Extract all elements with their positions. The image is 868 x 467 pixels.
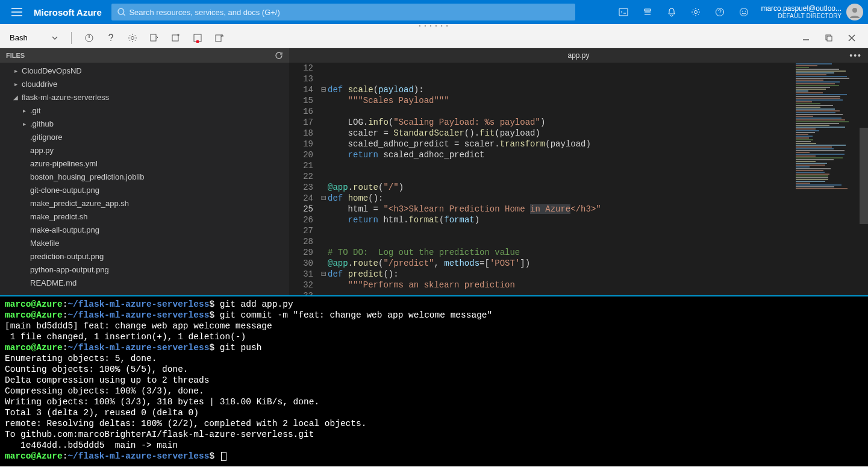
tree-item[interactable]: ▸.github bbox=[0, 117, 289, 130]
code-line[interactable]: 18 scaler = StandardScaler().fit(payload… bbox=[289, 128, 868, 139]
code-text bbox=[328, 236, 868, 247]
code-line[interactable]: 29# TO DO: Log out the prediction value bbox=[289, 247, 868, 258]
line-number: 26 bbox=[289, 215, 319, 225]
settings-toolbar-icon[interactable] bbox=[125, 30, 140, 46]
fold-icon[interactable]: ⊟ bbox=[319, 193, 328, 204]
settings-icon[interactable] bbox=[684, 0, 708, 24]
fold-icon[interactable]: ⊟ bbox=[319, 84, 328, 95]
terminal[interactable]: marco@Azure:~/flask-ml-azure-serverless$… bbox=[0, 295, 868, 466]
code-line[interactable]: 14⊟def scale(payload): bbox=[289, 84, 868, 95]
tree-item[interactable]: Makefile bbox=[0, 236, 289, 249]
fold-icon bbox=[319, 225, 328, 236]
tree-item[interactable]: ▸CloudDevOpsND bbox=[0, 64, 289, 77]
editor-body[interactable]: 121314⊟def scale(payload):15 """Scales P… bbox=[289, 63, 868, 295]
editor-tab[interactable]: app.py bbox=[567, 51, 589, 60]
tree-item[interactable]: make_predict_azure_app.sh bbox=[0, 196, 289, 210]
tree-item-label: clouddrive bbox=[22, 80, 57, 89]
maximize-icon[interactable] bbox=[821, 30, 837, 46]
code-line[interactable]: 26 return html.format(format) bbox=[289, 215, 868, 225]
editor-more-icon[interactable]: ••• bbox=[849, 51, 862, 60]
tree-item-label: flask-ml-azure-serverless bbox=[22, 93, 109, 102]
code-line[interactable]: 13 bbox=[289, 74, 868, 84]
terminal-line: marco@Azure:~/flask-ml-azure-serverless$ bbox=[5, 451, 863, 462]
code-line[interactable]: 12 bbox=[289, 63, 868, 74]
feedback-icon[interactable] bbox=[732, 0, 756, 24]
code-line[interactable]: 30@app.route("/predict", methods=['POST'… bbox=[289, 258, 868, 269]
code-line[interactable]: 28 bbox=[289, 236, 868, 247]
code-text bbox=[328, 225, 868, 236]
code-text: def scale(payload): bbox=[328, 84, 868, 95]
tree-item[interactable]: prediction-output.png bbox=[0, 249, 289, 263]
code-text: """Scales Payload""" bbox=[328, 95, 868, 106]
code-line[interactable]: 16 bbox=[289, 106, 868, 117]
tree-item[interactable]: app.py bbox=[0, 143, 289, 157]
code-line[interactable]: 31⊟def predict(): bbox=[289, 269, 868, 280]
code-line[interactable]: 22 bbox=[289, 171, 868, 182]
notifications-icon[interactable] bbox=[660, 0, 684, 24]
svg-point-6 bbox=[745, 11, 746, 12]
code-line[interactable]: 19 scaled_adhoc_predict = scaler.transfo… bbox=[289, 139, 868, 149]
search-box[interactable] bbox=[111, 4, 575, 20]
tree-item[interactable]: make_predict.sh bbox=[0, 210, 289, 223]
code-text bbox=[328, 160, 868, 171]
fold-icon bbox=[319, 280, 328, 290]
search-input[interactable] bbox=[129, 8, 569, 17]
editor-icon[interactable] bbox=[190, 30, 205, 46]
tree-item[interactable]: .gitignore bbox=[0, 130, 289, 143]
close-icon[interactable] bbox=[844, 30, 860, 46]
tree-item[interactable]: ▸.git bbox=[0, 104, 289, 117]
terminal-line: Delta compression using up to 2 threads bbox=[5, 375, 863, 386]
cloud-shell-icon[interactable] bbox=[611, 0, 635, 24]
code-line[interactable]: 25 html = "<h3>Sklearn Prediction Home i… bbox=[289, 204, 868, 215]
line-number: 18 bbox=[289, 128, 319, 139]
web-preview-icon[interactable] bbox=[211, 30, 227, 46]
code-line[interactable]: 23@app.route("/") bbox=[289, 182, 868, 193]
tree-item[interactable]: make-all-output.png bbox=[0, 223, 289, 236]
code-line[interactable]: 21 bbox=[289, 160, 868, 171]
code-line[interactable]: 20 return scaled_adhoc_predict bbox=[289, 149, 868, 160]
help-toolbar-icon[interactable] bbox=[103, 30, 119, 46]
restart-icon[interactable] bbox=[81, 30, 97, 46]
svg-rect-1 bbox=[619, 8, 628, 16]
svg-point-14 bbox=[196, 40, 199, 43]
minimize-icon[interactable] bbox=[798, 30, 814, 46]
scrollbar-thumb[interactable] bbox=[860, 128, 868, 224]
ide-area: FILES ▸CloudDevOpsND▸clouddrive◢flask-ml… bbox=[0, 48, 868, 295]
tree-item-label: azure-pipelines.yml bbox=[30, 159, 98, 168]
line-number: 19 bbox=[289, 139, 319, 149]
tree-item[interactable]: git-clone-output.png bbox=[0, 183, 289, 196]
directories-icon[interactable] bbox=[635, 0, 660, 24]
menu-icon[interactable] bbox=[5, 0, 29, 24]
code-line[interactable]: 33 bbox=[289, 290, 868, 295]
tree-item[interactable]: ◢flask-ml-azure-serverless bbox=[0, 90, 289, 104]
line-number: 23 bbox=[289, 182, 319, 193]
code-line[interactable]: 17 LOG.info("Scaling Payload: %s payload… bbox=[289, 117, 868, 128]
editor-scrollbar[interactable] bbox=[860, 63, 868, 295]
terminal-line: Enumerating objects: 5, done. bbox=[5, 353, 863, 364]
fold-icon bbox=[319, 160, 328, 171]
tree-item[interactable]: ▸clouddrive bbox=[0, 77, 289, 90]
new-session-icon[interactable] bbox=[168, 30, 184, 46]
user-block[interactable]: marco.paspuel@outloo... DEFAULT DIRECTOR… bbox=[756, 4, 863, 20]
tree-item[interactable]: python-app-output.png bbox=[0, 263, 289, 276]
upload-download-icon[interactable] bbox=[146, 30, 162, 46]
tree-item[interactable]: boston_housing_prediction.joblib bbox=[0, 170, 289, 183]
fold-icon[interactable]: ⊟ bbox=[319, 269, 328, 280]
refresh-icon[interactable] bbox=[275, 51, 283, 60]
tree-item[interactable]: README.md bbox=[0, 276, 289, 289]
line-number: 24 bbox=[289, 193, 319, 204]
cloudshell-toolbar: Bash bbox=[0, 28, 868, 48]
file-tree-body[interactable]: ▸CloudDevOpsND▸clouddrive◢flask-ml-azure… bbox=[0, 63, 289, 295]
code-text bbox=[328, 106, 868, 117]
tree-item[interactable]: azure-pipelines.yml bbox=[0, 157, 289, 170]
search-icon bbox=[117, 8, 126, 16]
line-number: 28 bbox=[289, 236, 319, 247]
svg-point-2 bbox=[695, 11, 698, 14]
code-line[interactable]: 27 bbox=[289, 225, 868, 236]
help-icon[interactable] bbox=[708, 0, 732, 24]
shell-selector[interactable]: Bash bbox=[6, 32, 61, 43]
minimap[interactable] bbox=[793, 63, 860, 295]
code-line[interactable]: 15 """Scales Payload""" bbox=[289, 95, 868, 106]
code-line[interactable]: 24⊟def home(): bbox=[289, 193, 868, 204]
code-line[interactable]: 32 """Performs an sklearn prediction bbox=[289, 280, 868, 290]
